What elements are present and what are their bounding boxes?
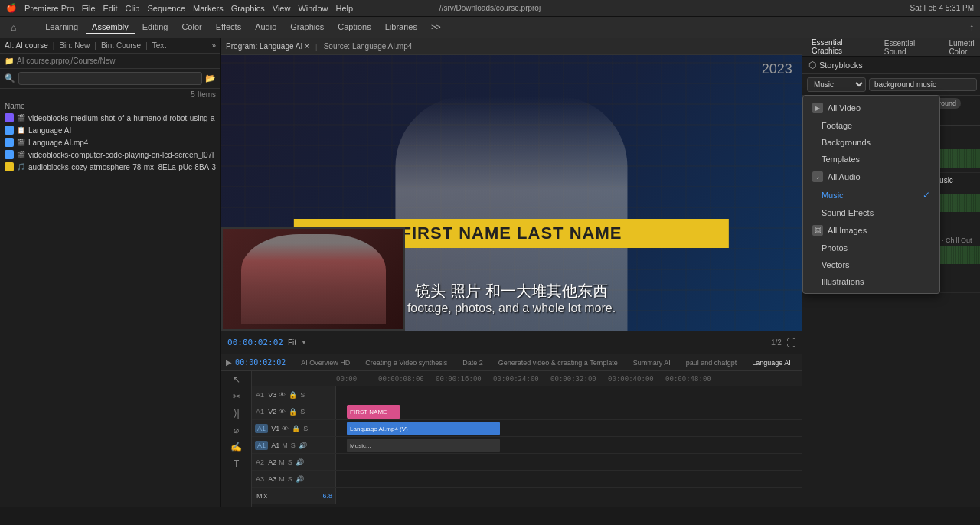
nav-learning[interactable]: Learning <box>39 21 84 34</box>
track-v3-eye[interactable]: 👁 <box>278 390 286 399</box>
folder-new-icon[interactable]: 📂 <box>205 73 216 83</box>
panel-expand[interactable]: » <box>212 41 217 50</box>
tab-text[interactable]: Text <box>152 41 166 50</box>
dropdown-all-audio[interactable]: ♪ All Audio <box>803 168 939 186</box>
selection-tool[interactable]: ↖ <box>233 374 240 385</box>
track-a3-vol[interactable]: 🔊 <box>295 474 305 484</box>
track-v2-lock[interactable]: 🔒 <box>288 407 298 416</box>
text-tool[interactable]: T <box>234 458 239 469</box>
track-a1-solo[interactable]: S <box>290 441 296 450</box>
ripple-tool[interactable]: ⟩| <box>234 408 240 419</box>
graphics-menu[interactable]: Graphics <box>231 4 265 13</box>
tab-ai-course[interactable]: AI: AI course <box>5 41 48 50</box>
track-mix-content[interactable] <box>336 488 802 504</box>
track-v3-toggle[interactable]: A1 <box>255 390 265 399</box>
search-input[interactable] <box>18 72 202 85</box>
tab-lumetri-color[interactable]: Lumetri Color <box>942 38 980 57</box>
timeline-tab-6[interactable]: paul and chatgpt <box>680 357 743 368</box>
track-v1-eye[interactable]: 👁 <box>281 424 289 433</box>
nav-graphics[interactable]: Graphics <box>284 21 330 34</box>
track-v1-content[interactable]: Language AI.mp4 (V) <box>336 420 802 436</box>
fullscreen-btn[interactable]: ⛶ <box>786 338 795 348</box>
track-a1-toggle[interactable]: A1 <box>255 441 268 450</box>
list-item[interactable]: 🎬 videoblocks-medium-shot-of-a-humanoid-… <box>0 112 220 124</box>
timeline-tab-4[interactable]: Generated video & creating a Template <box>492 357 624 368</box>
track-a3-toggle[interactable]: A3 <box>255 474 265 484</box>
dropdown-backgrounds[interactable]: Backgrounds <box>803 134 939 151</box>
track-v2-solo[interactable]: S <box>299 407 305 416</box>
nav-audio[interactable]: Audio <box>249 21 283 34</box>
dropdown-all-images[interactable]: 🖼 All Images <box>803 221 939 240</box>
clip-language-ai-video[interactable]: Language AI.mp4 (V) <box>347 422 500 435</box>
track-v2-toggle[interactable]: A1 <box>255 407 265 416</box>
view-menu[interactable]: View <box>273 4 291 13</box>
track-v1-toggle-a1[interactable]: A1 <box>255 424 268 433</box>
nav-editing[interactable]: Editing <box>136 21 175 34</box>
share-button[interactable]: ↑ <box>969 22 974 33</box>
storyblocks-search-input[interactable] <box>869 78 977 91</box>
track-a2-content[interactable] <box>336 454 802 470</box>
tab-bin-new[interactable]: Bin: New <box>59 41 90 50</box>
track-v2-content[interactable]: FIRST NAME <box>336 403 802 419</box>
dropdown-sound-effects[interactable]: Sound Effects <box>803 204 939 221</box>
list-item[interactable]: 📋 Language AI <box>0 124 220 136</box>
dropdown-illustrations[interactable]: Illustrations <box>803 273 939 290</box>
dropdown-vectors[interactable]: Vectors <box>803 256 939 273</box>
track-a3-content[interactable] <box>336 471 802 487</box>
track-a2-vol[interactable]: 🔊 <box>295 458 305 467</box>
track-v3-solo[interactable]: S <box>299 390 305 399</box>
help-menu[interactable]: Help <box>336 4 354 13</box>
track-v1-solo[interactable]: S <box>302 424 309 433</box>
cut-tool[interactable]: ✂ <box>233 391 240 402</box>
window-menu[interactable]: Window <box>298 4 328 13</box>
track-v3-content[interactable] <box>336 386 802 403</box>
track-a3-mute[interactable]: M <box>278 474 286 484</box>
home-button[interactable]: ⌂ <box>6 21 21 34</box>
track-a2-mute[interactable]: M <box>278 458 286 467</box>
tab-essential-graphics[interactable]: Essential Graphics <box>805 37 877 57</box>
file-menu[interactable]: File <box>82 4 96 13</box>
clip-music[interactable]: Music... <box>347 439 500 452</box>
timeline-tab-5[interactable]: Summary AI <box>627 357 677 368</box>
nav-libraries[interactable]: Libraries <box>379 21 423 34</box>
category-select[interactable]: Music All Video Footage All Audio All Im… <box>807 77 866 92</box>
track-a1-vol[interactable]: 🔊 <box>298 441 308 450</box>
mac-menu[interactable]: 🍎 Premiere Pro File Edit Clip Sequence M… <box>6 3 353 13</box>
track-a1-mute[interactable]: M <box>281 441 289 450</box>
source-tab[interactable]: Source: Language AI.mp4 <box>324 42 413 51</box>
nav-color[interactable]: Color <box>175 21 207 34</box>
app-name[interactable]: Premiere Pro <box>24 4 74 13</box>
timeline-tab-1[interactable]: AI Overview HD <box>295 357 356 368</box>
timeline-tab-2[interactable]: Creating a Video synthesis <box>359 357 453 368</box>
nav-assembly[interactable]: Assembly <box>86 21 135 34</box>
track-a3-solo[interactable]: S <box>287 474 293 484</box>
fit-label[interactable]: Fit <box>288 338 296 347</box>
nav-more[interactable]: >> <box>425 21 447 34</box>
fit-chevron[interactable]: ▼ <box>301 339 307 346</box>
track-v1-lock[interactable]: 🔒 <box>291 424 301 433</box>
razor-tool[interactable]: ⌀ <box>234 425 239 435</box>
timeline-tab-3[interactable]: Date 2 <box>456 357 489 368</box>
tab-bin-course[interactable]: Bin: Course <box>101 41 141 50</box>
dropdown-music[interactable]: Music ✓ <box>803 186 939 204</box>
dropdown-all-video[interactable]: ▶ All Video <box>803 99 939 117</box>
track-a2-toggle[interactable]: A2 <box>255 458 265 467</box>
clip-menu[interactable]: Clip <box>126 4 140 13</box>
apple-icon[interactable]: 🍎 <box>6 3 17 13</box>
timeline-expand[interactable]: ▶ <box>226 358 232 367</box>
hand-tool[interactable]: ✍ <box>230 442 242 452</box>
timeline-tab-active[interactable]: Language AI <box>746 357 797 368</box>
dropdown-photos[interactable]: Photos <box>803 240 939 256</box>
track-v3-lock[interactable]: 🔒 <box>288 390 298 399</box>
tab-essential-sound[interactable]: Essential Sound <box>878 38 942 57</box>
sequence-menu[interactable]: Sequence <box>147 4 185 13</box>
dropdown-templates[interactable]: Templates <box>803 151 939 168</box>
nav-effects[interactable]: Effects <box>210 21 247 34</box>
edit-menu[interactable]: Edit <box>103 4 118 13</box>
nav-captions[interactable]: Captions <box>332 21 377 34</box>
track-a2-solo[interactable]: S <box>287 458 293 467</box>
list-item[interactable]: 🎬 Language AI.mp4 <box>0 136 220 148</box>
markers-menu[interactable]: Markers <box>193 4 224 13</box>
list-item[interactable]: 🎬 videoblocks-computer-code-playing-on-l… <box>0 148 220 161</box>
track-a1-content[interactable]: Music... <box>336 437 802 453</box>
